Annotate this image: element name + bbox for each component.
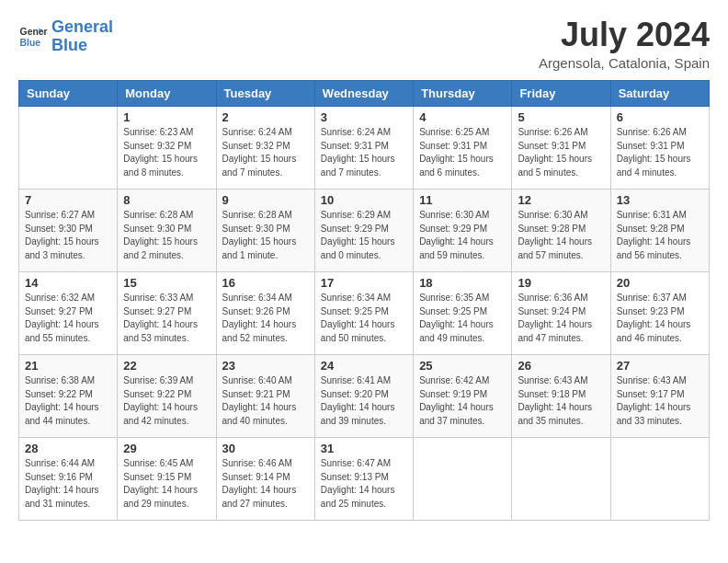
day-number: 20 — [617, 276, 703, 290]
day-cell-3-6: 27Sunrise: 6:43 AMSunset: 9:17 PMDayligh… — [610, 355, 709, 438]
day-number: 23 — [222, 359, 309, 373]
day-number: 12 — [518, 193, 604, 207]
day-info: Sunrise: 6:34 AMSunset: 9:26 PMDaylight:… — [222, 292, 309, 345]
day-info: Sunrise: 6:25 AMSunset: 9:31 PMDaylight:… — [419, 126, 506, 179]
day-info: Sunrise: 6:47 AMSunset: 9:13 PMDaylight:… — [321, 457, 407, 511]
day-number: 15 — [123, 276, 210, 290]
day-cell-1-6: 13Sunrise: 6:31 AMSunset: 9:28 PMDayligh… — [610, 190, 709, 272]
day-cell-0-3: 3Sunrise: 6:24 AMSunset: 9:31 PMDaylight… — [314, 107, 413, 190]
day-info: Sunrise: 6:28 AMSunset: 9:30 PMDaylight:… — [222, 209, 309, 262]
logo-text: General Blue — [51, 18, 113, 55]
day-number: 18 — [419, 276, 506, 290]
day-info: Sunrise: 6:39 AMSunset: 9:22 PMDaylight:… — [123, 374, 210, 428]
header-wednesday: Wednesday — [314, 81, 413, 107]
svg-text:General: General — [20, 27, 48, 37]
day-cell-0-4: 4Sunrise: 6:25 AMSunset: 9:31 PMDaylight… — [414, 107, 512, 190]
day-cell-4-0: 28Sunrise: 6:44 AMSunset: 9:16 PMDayligh… — [19, 438, 118, 521]
day-number: 27 — [617, 359, 703, 373]
week-row-4: 28Sunrise: 6:44 AMSunset: 9:16 PMDayligh… — [19, 438, 710, 521]
calendar-table: Sunday Monday Tuesday Wednesday Thursday… — [18, 80, 710, 521]
logo: General Blue General Blue — [18, 18, 113, 55]
title-block: July 2024 Argensola, Catalonia, Spain — [539, 18, 710, 71]
day-number: 8 — [123, 193, 210, 207]
day-cell-1-1: 8Sunrise: 6:28 AMSunset: 9:30 PMDaylight… — [118, 190, 216, 272]
day-cell-1-2: 9Sunrise: 6:28 AMSunset: 9:30 PMDaylight… — [216, 190, 314, 272]
day-cell-1-0: 7Sunrise: 6:27 AMSunset: 9:30 PMDaylight… — [19, 190, 118, 272]
day-info: Sunrise: 6:41 AMSunset: 9:20 PMDaylight:… — [321, 374, 407, 428]
day-info: Sunrise: 6:31 AMSunset: 9:28 PMDaylight:… — [617, 209, 703, 262]
day-number: 2 — [222, 110, 309, 124]
logo-line2: Blue — [51, 36, 87, 54]
day-cell-4-6 — [610, 438, 709, 521]
weekday-header-row: Sunday Monday Tuesday Wednesday Thursday… — [19, 81, 710, 107]
header-friday: Friday — [512, 81, 610, 107]
day-info: Sunrise: 6:44 AMSunset: 9:16 PMDaylight:… — [25, 457, 111, 511]
day-cell-3-1: 22Sunrise: 6:39 AMSunset: 9:22 PMDayligh… — [118, 355, 216, 438]
header-monday: Monday — [118, 81, 216, 107]
day-cell-0-1: 1Sunrise: 6:23 AMSunset: 9:32 PMDaylight… — [118, 107, 216, 190]
day-number: 21 — [25, 359, 111, 373]
week-row-1: 7Sunrise: 6:27 AMSunset: 9:30 PMDaylight… — [19, 190, 710, 272]
day-cell-0-0 — [19, 107, 118, 190]
day-cell-0-2: 2Sunrise: 6:24 AMSunset: 9:32 PMDaylight… — [216, 107, 314, 190]
day-cell-3-4: 25Sunrise: 6:42 AMSunset: 9:19 PMDayligh… — [414, 355, 512, 438]
day-info: Sunrise: 6:40 AMSunset: 9:21 PMDaylight:… — [222, 374, 309, 428]
day-info: Sunrise: 6:46 AMSunset: 9:14 PMDaylight:… — [222, 457, 309, 511]
day-cell-1-4: 11Sunrise: 6:30 AMSunset: 9:29 PMDayligh… — [414, 190, 512, 272]
day-cell-0-5: 5Sunrise: 6:26 AMSunset: 9:31 PMDaylight… — [512, 107, 610, 190]
day-cell-3-3: 24Sunrise: 6:41 AMSunset: 9:20 PMDayligh… — [314, 355, 413, 438]
day-number: 1 — [123, 110, 210, 124]
day-info: Sunrise: 6:37 AMSunset: 9:23 PMDaylight:… — [617, 292, 703, 345]
header-sunday: Sunday — [19, 81, 118, 107]
logo-icon: General Blue — [18, 22, 48, 52]
day-number: 25 — [419, 359, 506, 373]
day-info: Sunrise: 6:28 AMSunset: 9:30 PMDaylight:… — [123, 209, 210, 262]
day-cell-4-4 — [414, 438, 512, 521]
day-info: Sunrise: 6:26 AMSunset: 9:31 PMDaylight:… — [617, 126, 703, 179]
day-info: Sunrise: 6:29 AMSunset: 9:29 PMDaylight:… — [321, 209, 407, 262]
day-cell-2-6: 20Sunrise: 6:37 AMSunset: 9:23 PMDayligh… — [610, 272, 709, 355]
day-info: Sunrise: 6:23 AMSunset: 9:32 PMDaylight:… — [123, 126, 210, 179]
day-number: 31 — [321, 442, 407, 455]
day-number: 11 — [419, 193, 506, 207]
day-cell-0-6: 6Sunrise: 6:26 AMSunset: 9:31 PMDaylight… — [610, 107, 709, 190]
day-cell-2-0: 14Sunrise: 6:32 AMSunset: 9:27 PMDayligh… — [19, 272, 118, 355]
day-number: 29 — [123, 442, 210, 455]
day-info: Sunrise: 6:27 AMSunset: 9:30 PMDaylight:… — [25, 209, 111, 262]
day-info: Sunrise: 6:35 AMSunset: 9:25 PMDaylight:… — [419, 292, 506, 345]
day-number: 28 — [25, 442, 111, 455]
day-number: 4 — [419, 110, 506, 124]
day-info: Sunrise: 6:24 AMSunset: 9:31 PMDaylight:… — [321, 126, 407, 179]
day-cell-2-2: 16Sunrise: 6:34 AMSunset: 9:26 PMDayligh… — [216, 272, 314, 355]
day-info: Sunrise: 6:43 AMSunset: 9:18 PMDaylight:… — [518, 374, 604, 428]
week-row-2: 14Sunrise: 6:32 AMSunset: 9:27 PMDayligh… — [19, 272, 710, 355]
day-number: 19 — [518, 276, 604, 290]
day-info: Sunrise: 6:33 AMSunset: 9:27 PMDaylight:… — [123, 292, 210, 345]
day-cell-4-5 — [512, 438, 610, 521]
day-number: 30 — [222, 442, 309, 455]
header-tuesday: Tuesday — [216, 81, 314, 107]
day-info: Sunrise: 6:30 AMSunset: 9:29 PMDaylight:… — [419, 209, 506, 262]
week-row-0: 1Sunrise: 6:23 AMSunset: 9:32 PMDaylight… — [19, 107, 710, 190]
day-number: 24 — [321, 359, 407, 373]
day-info: Sunrise: 6:38 AMSunset: 9:22 PMDaylight:… — [25, 374, 111, 428]
header-thursday: Thursday — [414, 81, 512, 107]
svg-text:Blue: Blue — [20, 37, 41, 47]
day-number: 3 — [321, 110, 407, 124]
day-info: Sunrise: 6:42 AMSunset: 9:19 PMDaylight:… — [419, 374, 506, 428]
day-number: 9 — [222, 193, 309, 207]
day-number: 16 — [222, 276, 309, 290]
location-title: Argensola, Catalonia, Spain — [539, 55, 710, 71]
logo-line1: General — [51, 17, 113, 36]
day-cell-1-3: 10Sunrise: 6:29 AMSunset: 9:29 PMDayligh… — [314, 190, 413, 272]
day-cell-4-1: 29Sunrise: 6:45 AMSunset: 9:15 PMDayligh… — [118, 438, 216, 521]
day-info: Sunrise: 6:32 AMSunset: 9:27 PMDaylight:… — [25, 292, 111, 345]
day-number: 13 — [617, 193, 703, 207]
day-number: 14 — [25, 276, 111, 290]
day-cell-2-3: 17Sunrise: 6:34 AMSunset: 9:25 PMDayligh… — [314, 272, 413, 355]
day-cell-3-5: 26Sunrise: 6:43 AMSunset: 9:18 PMDayligh… — [512, 355, 610, 438]
day-cell-4-2: 30Sunrise: 6:46 AMSunset: 9:14 PMDayligh… — [216, 438, 314, 521]
day-info: Sunrise: 6:34 AMSunset: 9:25 PMDaylight:… — [321, 292, 407, 345]
day-number: 17 — [321, 276, 407, 290]
day-info: Sunrise: 6:45 AMSunset: 9:15 PMDaylight:… — [123, 457, 210, 511]
